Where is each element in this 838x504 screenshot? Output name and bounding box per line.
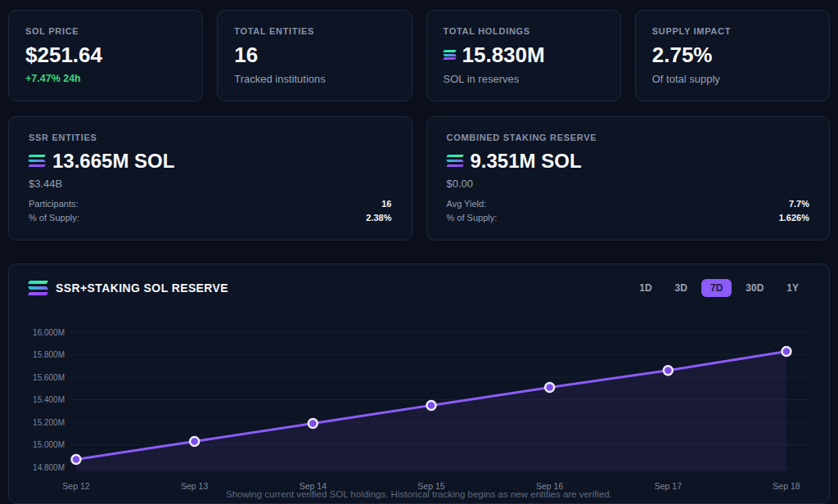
range-button-1d[interactable]: 1D	[630, 279, 660, 297]
svg-text:14.800M: 14.800M	[33, 463, 65, 472]
range-button-3d[interactable]: 3D	[666, 279, 696, 297]
time-range-selector: 1D 3D 7D 30D 1Y	[630, 279, 808, 297]
stat-sub: Of total supply	[652, 73, 813, 85]
participants-row: Participants: 16	[29, 196, 392, 210]
chart-title: SSR+STAKING SOL RESERVE	[29, 281, 228, 295]
detail-stats: Participants: 16 % of Supply: 2.38%	[29, 196, 392, 224]
stat-sub: SOL in reserves	[444, 73, 604, 85]
detail-value-text: 13.665M SOL	[52, 151, 174, 171]
stat-value: 15.830M	[444, 44, 604, 65]
usd-value: $0.00	[447, 178, 810, 190]
stat-val: 16	[381, 199, 391, 209]
svg-text:15.200M: 15.200M	[33, 418, 65, 427]
stat-key: Avg Yield:	[447, 199, 487, 209]
stat-card-total-entities: TOTAL ENTITIES 16 Tracked institutions	[217, 10, 412, 101]
detail-label: SSR ENTITIES	[29, 133, 392, 142]
stat-val: 2.38%	[366, 213, 391, 223]
solana-icon	[29, 155, 45, 167]
reserve-chart-card: SSR+STAKING SOL RESERVE 1D 3D 7D 30D 1Y …	[8, 263, 830, 504]
stat-value: 2.75%	[652, 44, 813, 65]
stat-card-total-holdings: TOTAL HOLDINGS 15.830M SOL in reserves	[426, 10, 621, 101]
detail-value-text: 9.351M SOL	[471, 151, 582, 171]
stat-key: Participants:	[29, 199, 79, 209]
stat-label: SOL PRICE	[25, 26, 186, 36]
range-button-7d[interactable]: 7D	[701, 279, 732, 297]
stat-value: $251.64	[25, 44, 186, 65]
dashboard: SOL PRICE $251.64 +7.47% 24h TOTAL ENTIT…	[0, 0, 838, 504]
svg-text:15.600M: 15.600M	[33, 373, 65, 382]
chart-footer-note: Showing current verified SOL holdings. H…	[9, 489, 829, 499]
svg-text:15.400M: 15.400M	[33, 395, 65, 404]
avg-yield-row: Avg Yield: 7.7%	[447, 196, 810, 210]
stat-label: TOTAL ENTITIES	[234, 26, 394, 36]
svg-text:15.000M: 15.000M	[33, 440, 65, 449]
stat-key: % of Supply:	[29, 213, 79, 223]
solana-icon	[29, 281, 47, 295]
detail-value: 13.665M SOL	[29, 151, 392, 171]
solana-icon	[444, 50, 456, 60]
combined-staking-reserve-card: COMBINED STAKING RESERVE 9.351M SOL $0.0…	[426, 116, 831, 241]
stat-label: TOTAL HOLDINGS	[444, 26, 604, 36]
detail-stats: Avg Yield: 7.7% % of Supply: 1.626%	[447, 196, 810, 224]
stat-value-text: 15.830M	[462, 44, 545, 65]
supply-percent-row: % of Supply: 1.626%	[447, 210, 810, 224]
stat-label: SUPPLY IMPACT	[652, 26, 813, 36]
reserve-line-chart[interactable]: 14.800M15.000M15.200M15.400M15.600M15.80…	[9, 322, 830, 497]
usd-value: $3.44B	[29, 178, 392, 190]
stat-key: % of Supply:	[447, 213, 498, 223]
chart-header: SSR+STAKING SOL RESERVE 1D 3D 7D 30D 1Y	[9, 264, 829, 297]
stat-card-sol-price: SOL PRICE $251.64 +7.47% 24h	[8, 10, 203, 101]
supply-percent-row: % of Supply: 2.38%	[29, 210, 392, 224]
price-change-24h: +7.47% 24h	[25, 73, 186, 84]
range-button-1y[interactable]: 1Y	[777, 279, 808, 297]
detail-card-row: SSR ENTITIES 13.665M SOL $3.44B Particip…	[8, 116, 830, 241]
stat-val: 1.626%	[779, 213, 809, 223]
detail-value: 9.351M SOL	[447, 151, 810, 171]
svg-text:15.800M: 15.800M	[33, 350, 65, 359]
stat-value: 16	[234, 44, 394, 65]
stat-sub: Tracked institutions	[234, 73, 394, 85]
detail-label: COMBINED STAKING RESERVE	[447, 133, 810, 142]
stat-card-row: SOL PRICE $251.64 +7.47% 24h TOTAL ENTIT…	[8, 10, 830, 101]
ssr-entities-card: SSR ENTITIES 13.665M SOL $3.44B Particip…	[8, 116, 412, 241]
solana-icon	[447, 155, 463, 167]
stat-val: 7.7%	[789, 199, 809, 209]
range-button-30d[interactable]: 30D	[737, 279, 773, 297]
chart-title-text: SSR+STAKING SOL RESERVE	[56, 281, 228, 295]
svg-text:16.000M: 16.000M	[33, 328, 65, 337]
stat-card-supply-impact: SUPPLY IMPACT 2.75% Of total supply	[635, 10, 830, 101]
